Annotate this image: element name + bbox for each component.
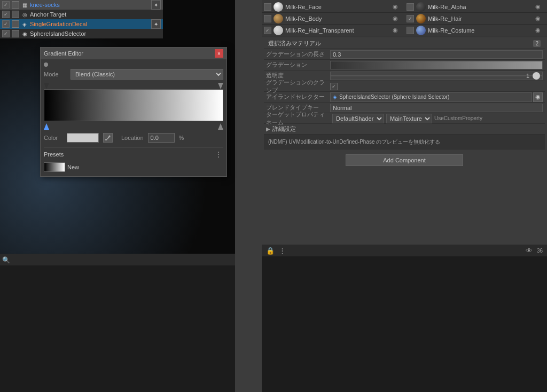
color-picker-icon[interactable] [103,133,113,143]
sphere-icon-costume [416,26,426,35]
gradient-stop-marker-right-top[interactable] [218,83,223,89]
color-label: Color [44,135,62,141]
gradation-clamp-checkbox[interactable] [330,83,338,90]
presets-menu-button[interactable]: ⋮ [214,150,223,159]
hierarchy-checkbox-knee-socks[interactable] [2,1,10,9]
search-input[interactable] [12,257,233,263]
material-checkbox-alpha[interactable] [407,3,414,11]
bottom-icons-bar: 🔒 ⋮ 👁 36 [262,245,547,256]
location-input[interactable] [148,133,175,143]
gradient-stops-bottom [44,121,223,130]
percent-label: % [179,135,184,141]
hierarchy-item-name-single-gradation-decal: SingleGradationDecal [30,21,151,27]
material-half-face[interactable]: Milk-Re_Face ◉ [262,1,404,13]
lock-icon[interactable]: 🔒 [266,247,275,255]
gradient-stops-top [44,83,223,89]
mode-label: Mode [44,71,71,77]
hierarchy-item-name-anchor-target: Anchor Target [30,11,161,18]
target-property-label: ターゲットプロパティネーム [266,111,330,127]
material-checkbox-hair[interactable] [407,15,414,22]
material-eye-body[interactable]: ◉ [390,14,400,23]
material-half-body[interactable]: Milk-Re_Body ◉ [262,13,404,25]
badge-count: 36 [537,248,543,254]
gradient-bar[interactable] [44,89,223,121]
hierarchy-checkbox-single-gradation-decal[interactable] [2,20,10,28]
color-swatch[interactable] [67,133,99,143]
material-name-hair: Milk-Re_Hair [428,15,533,22]
gradient-length-label: グラデーションの長さ [266,50,330,58]
presets-section: Presets ⋮ New [44,147,223,173]
hierarchy-checkbox-sphere-island[interactable] [2,30,10,37]
material-eye-costume[interactable]: ◉ [533,26,543,35]
hierarchy-item-single-gradation-decal[interactable]: ◈ SingleGradationDecal ✦ [0,19,163,29]
material-name-costume: Milk-Re_Costume [428,27,533,34]
add-component-button[interactable]: Add Component [346,154,463,166]
gradation-gradient-value[interactable] [330,61,543,69]
decal-icon: ◈ [20,20,29,28]
island-selector-label: アイランドセレクター [266,93,330,101]
inspector-section: 選択済みマテリアル 2 グラデーションの長さ 0.3 グラデーション 透明度 1 [262,37,547,172]
sphere-icon-hair [416,14,426,23]
target-texture-select[interactable]: MainTexture [386,114,432,123]
material-half-hair[interactable]: Milk-Re_Hair ◉ [404,13,547,25]
hierarchy-item-anchor-target[interactable]: ◎ Anchor Target [0,10,163,19]
presets-label: Presets [44,151,64,158]
gradient-stop-bottom-left[interactable] [44,123,49,130]
preset-new-item[interactable]: New [44,161,223,173]
gradation-label: グラデーション [266,61,330,69]
material-name-body: Milk-Re_Body [285,15,390,22]
material-checkbox-face[interactable] [264,3,271,11]
right-panel: Milk-Re_Face ◉ Milk-Re_Alpha ◉ Milk-Re_B… [262,0,547,246]
search-icon: 🔍 [2,256,10,264]
material-grid-row-3: Milk-Re_Hair_Transparent ◉ Milk-Re_Costu… [262,25,547,36]
material-eye-face[interactable]: ◉ [390,2,400,12]
gradient-editor-window: Gradient Editor × Mode Blend (Classic) [40,47,227,177]
add-component-row: Add Component [268,153,541,168]
hierarchy-item-sphere-island[interactable]: ◉ SphereIslandSelector [0,29,163,38]
hierarchy-item-name-knee-socks: knee-socks [30,2,151,8]
gradation-clamp-label: グラデーションのクランプ [266,79,330,95]
island-selector-row: アイランドセレクター ◈ SphereIslandSelector (Spher… [264,92,545,103]
bottom-left-panel [0,265,235,392]
preset-name: New [67,164,79,170]
presets-header: Presets ⋮ [44,150,223,159]
transparency-value: 1 [526,73,529,79]
material-half-hair-transparent[interactable]: Milk-Re_Hair_Transparent ◉ [262,25,404,36]
slider-track [331,75,542,76]
material-checkbox-costume[interactable] [407,27,414,34]
hierarchy-item-badge-knee-socks: ✦ [151,0,161,10]
material-eye-hair-transparent[interactable]: ◉ [390,26,400,35]
menu-dots-icon[interactable]: ⋮ [279,247,286,255]
gradient-length-value[interactable]: 0.3 [330,50,543,59]
hierarchy-item-badge-decal: ✦ [151,19,161,29]
gradient-bar-container [44,83,223,130]
hierarchy-item-knee-socks[interactable]: ▦ knee-socks ✦ [0,0,163,10]
eye-icon[interactable]: 👁 [526,247,533,255]
hierarchy-checkbox-anchor-target[interactable] [2,11,10,18]
material-half-alpha[interactable]: Milk-Re_Alpha ◉ [404,1,547,13]
selected-materials-label: 選択済みマテリアル [268,40,321,48]
material-eye-alpha[interactable]: ◉ [533,2,543,12]
material-eye-hair[interactable]: ◉ [533,14,543,23]
right-bottom-panel [262,256,547,392]
sphere-icon-body [274,14,283,23]
material-half-costume[interactable]: Milk-Re_Costume ◉ [404,25,547,36]
material-section: Milk-Re_Face ◉ Milk-Re_Alpha ◉ Milk-Re_B… [262,0,547,37]
material-checkbox-hair-transparent[interactable] [264,27,271,34]
gradient-editor-titlebar: Gradient Editor × [41,48,226,59]
transparency-slider[interactable]: 1 [330,72,543,80]
material-checkbox-body[interactable] [264,15,271,22]
gradient-editor-close-button[interactable]: × [215,49,223,58]
sphere-icon-alpha [416,2,426,12]
island-selector-value: SphereIslandSelector (Sphere Island Sele… [339,94,449,100]
material-grid-row-1: Milk-Re_Face ◉ Milk-Re_Alpha ◉ [262,1,547,13]
sphere-selector-icon: ◉ [20,29,29,38]
gradient-stop-marker-left-top[interactable] [44,83,49,89]
mode-select[interactable]: Blend (Classic) [71,69,223,80]
details-triangle-icon: ▶ [266,126,270,132]
gradient-stop-bottom-right[interactable] [218,123,223,130]
location-label: Location [121,135,144,141]
island-selector-pick-button[interactable]: ◉ [533,92,543,102]
target-shader-select[interactable]: DefaultShader [332,114,384,123]
selected-materials-count: 2 [533,40,541,47]
